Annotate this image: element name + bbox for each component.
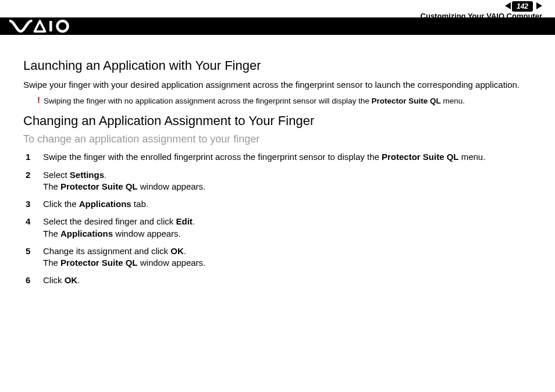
step-text: Click OK. <box>43 275 80 286</box>
section1-body: Swipe your finger with your desired appl… <box>23 79 532 91</box>
step-text: Change its assignment and click OK. The … <box>43 245 205 269</box>
step-text: Swipe the finger with the enrolled finge… <box>43 151 485 163</box>
step-item: 2 Select Settings. The Protector Suite Q… <box>26 169 532 193</box>
step-item: 6 Click OK. <box>26 275 532 286</box>
step-number: 2 <box>26 169 34 193</box>
section1-title: Launching an Application with Your Finge… <box>23 58 532 73</box>
step-text: Select Settings. The Protector Suite QL … <box>43 169 205 193</box>
section2-title: Changing an Application Assignment to Yo… <box>23 113 532 129</box>
step-number: 5 <box>26 245 34 269</box>
step-number: 4 <box>26 216 34 240</box>
step-item: 5 Change its assignment and click OK. Th… <box>26 245 532 269</box>
vaio-logo-icon <box>9 19 79 33</box>
prev-page-arrow-icon[interactable] <box>505 2 511 9</box>
step-item: 1 Swipe the finger with the enrolled fin… <box>26 151 532 163</box>
step-item: 4 Select the desired finger and click Ed… <box>26 216 532 240</box>
section1-note: ! Swiping the finger with no application… <box>37 97 532 105</box>
top-nav: 142 Customizing Your VAIO Computer <box>0 0 555 17</box>
steps-list: 1 Swipe the finger with the enrolled fin… <box>26 151 532 286</box>
note-text: Swiping the finger with no application a… <box>44 97 465 105</box>
section2-subhead: To change an application assignment to y… <box>23 133 532 145</box>
step-number: 3 <box>26 198 34 210</box>
svg-point-1 <box>58 21 68 31</box>
step-number: 6 <box>26 275 34 286</box>
header-bar <box>0 17 555 35</box>
page-number-badge: 142 <box>512 1 533 12</box>
step-text: Select the desired finger and click Edit… <box>43 216 195 240</box>
step-text: Click the Applications tab. <box>43 198 148 210</box>
step-item: 3 Click the Applications tab. <box>26 198 532 210</box>
svg-rect-0 <box>49 21 52 31</box>
alert-icon: ! <box>37 95 40 104</box>
page-content: Launching an Application with Your Finge… <box>0 35 555 287</box>
next-page-arrow-icon[interactable] <box>536 2 542 9</box>
step-number: 1 <box>26 151 34 163</box>
